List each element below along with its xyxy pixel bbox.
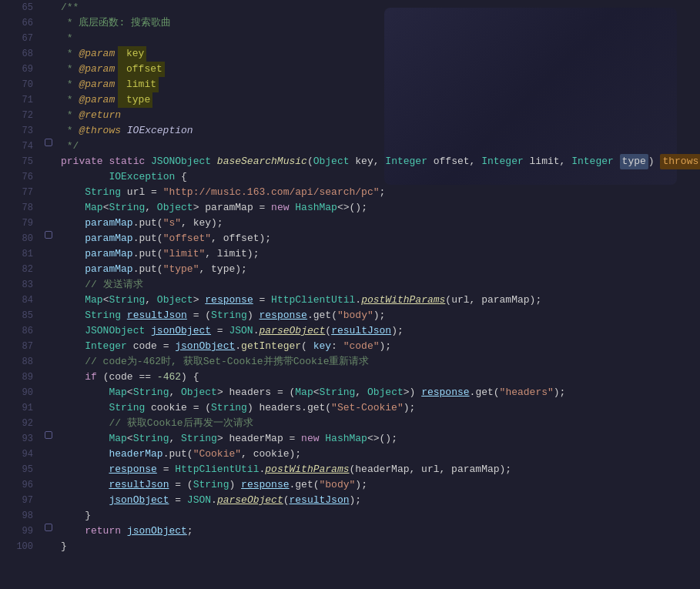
line-num-69: 69 [0, 62, 33, 77]
indent-94 [61, 447, 109, 462]
indent-97 [61, 493, 109, 508]
string-s: "s" [163, 216, 181, 231]
type-map4: Map [109, 431, 126, 447]
comma-g3: , [169, 385, 181, 400]
param-limit: limit, [524, 154, 571, 169]
code-line-97: jsonObject = JSON.parseObject(resultJson… [61, 493, 700, 508]
string-code: "code" [343, 339, 380, 354]
gutter-icon-98[interactable] [45, 524, 52, 531]
code-line-82: paramMap.put("type", type); [61, 262, 700, 277]
var-parammap4: paramMap [85, 262, 132, 277]
indent-89 [61, 370, 85, 385]
get-90: .get( [470, 385, 500, 400]
type-integer1: Integer [385, 154, 427, 169]
comment-star2: * [61, 62, 79, 77]
hashmap-diamond1: <>(); [337, 200, 367, 216]
args-84: (url, paramMap); [445, 293, 541, 308]
type-json1: JSON [229, 323, 253, 339]
line-num-88: 88 [0, 354, 33, 370]
indent-86 [61, 323, 85, 339]
code-line-83: // 发送请求 [61, 277, 700, 293]
var-resultjson1: resultJson [127, 308, 187, 323]
code-line-92: // 获取Cookie后再发一次请求 [61, 416, 700, 431]
comma-80: , offset); [211, 231, 271, 246]
throws-annotation: @throws [79, 123, 121, 139]
comment-chinese: 底层函数: 搜索歌曲 [79, 15, 171, 31]
line-num-73: 73 [0, 123, 33, 139]
named-param-key: key [313, 339, 331, 354]
cast-string2: String [211, 400, 247, 416]
line-num-90: 90 [0, 385, 33, 400]
indent-96 [61, 477, 109, 493]
indent-79 [61, 216, 85, 231]
line-numbers-panel: 65 66 67 68 69 70 71 72 73 74 75 76 77 7… [0, 0, 42, 589]
line-num-80: 80 [0, 231, 33, 246]
type-object-g3: Object [181, 385, 217, 400]
code-line-100: } [61, 539, 700, 554]
line-num-66: 66 [0, 15, 33, 31]
space-86 [145, 323, 151, 339]
gutter-icon-74[interactable] [45, 139, 52, 146]
dot-put4: .put( [133, 262, 163, 277]
gutter-icon-76[interactable] [45, 231, 52, 239]
code-line-78: Map<String, Object> paramMap = new HashM… [61, 200, 700, 216]
var-parammap2: paramMap [85, 231, 132, 246]
semi-90: ); [554, 385, 566, 400]
indent-90 [61, 385, 109, 400]
assign-95: = [157, 462, 175, 477]
line-num-94: 94 [0, 447, 33, 462]
var-response4: response [109, 462, 156, 477]
cast-85: ) [247, 308, 260, 323]
line-num-77: 77 [0, 185, 33, 200]
assign-85: = ( [187, 308, 211, 323]
line-num-97: 97 [0, 493, 33, 508]
code-line-79: paramMap.put("s", key); [61, 216, 700, 231]
assign-96: = ( [169, 477, 193, 493]
string-setcookie: "Set-Cookie" [331, 400, 404, 416]
string-limit: "limit" [163, 246, 206, 262]
indent-99 [61, 524, 85, 539]
indent-98 [61, 508, 85, 524]
semi-96: ); [355, 477, 367, 493]
semi-77: ; [380, 185, 386, 200]
indent-87 [61, 339, 85, 354]
colon-87: : [331, 339, 343, 354]
code-line-68: * @param key [61, 46, 700, 62]
comment-star5: * [61, 108, 79, 123]
comma-79: , key); [181, 216, 223, 231]
cast-string3: String [193, 477, 229, 493]
cast-string: String [211, 308, 247, 323]
var-jsonobject1: jsonObject [151, 323, 211, 339]
type-integer4: Integer [85, 339, 127, 354]
semi-91: ); [404, 400, 416, 416]
method-postwithparams1: postWithParams [361, 293, 445, 308]
indent-spaces [61, 169, 109, 185]
line-num-70: 70 [0, 77, 33, 92]
var-jsonobject3: jsonObject [109, 493, 169, 508]
line-num-100: 100 [0, 539, 33, 554]
line-num-81: 81 [0, 246, 33, 262]
method-getinteger: getInteger [241, 339, 301, 354]
paren-close: ) [648, 154, 661, 169]
method-parseobject1: parseObject [260, 323, 326, 339]
comment-462: // code为-462时, 获取Set-Cookie并携带Cookie重新请求 [85, 354, 369, 370]
gutter-icon-89[interactable] [45, 431, 52, 439]
method-postwithparams2: postWithParams [265, 462, 349, 477]
indent-95 [61, 462, 109, 477]
line-num-78: 78 [0, 200, 33, 216]
cast-close: >) [404, 385, 421, 400]
indent-91 [61, 400, 109, 416]
param-type-highlight: type [118, 92, 152, 108]
comma-g4: , [169, 431, 181, 447]
type-string2: String [85, 308, 121, 323]
return-annotation: @return [79, 108, 121, 123]
param-annotation: @param [79, 46, 115, 62]
param-annotation2: @param [79, 62, 115, 77]
line-num-76: 76 [0, 169, 33, 185]
indent-92 [61, 416, 109, 431]
type-integer3: Integer [571, 154, 614, 169]
code-line-75: private static JSONObject baseSearchMusi… [61, 154, 700, 169]
line-num-67: 67 [0, 31, 33, 46]
code-line-87: Integer code = jsonObject.getInteger( ke… [61, 339, 700, 354]
args-95: (headerMap, url, paramMap); [350, 462, 512, 477]
